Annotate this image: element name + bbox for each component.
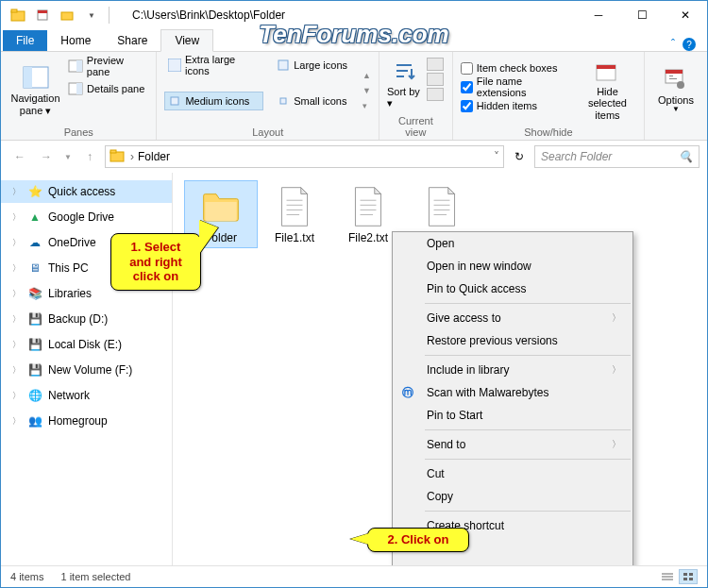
options-button[interactable]: Options▼ (652, 56, 700, 125)
forward-button[interactable]: → (35, 145, 58, 168)
quick-access-toolbar: ▼ (1, 5, 113, 25)
menu-item-give-access-to[interactable]: Give access to〉 (393, 307, 632, 329)
sidebar-item-new-volume-f-[interactable]: 〉💾New Volume (F:) (1, 359, 172, 381)
menu-item-cut[interactable]: Cut (393, 462, 632, 485)
menu-item-open-in-new-window[interactable]: Open in new window (393, 255, 632, 277)
sidebar-item-local-disk-e-[interactable]: 〉💾Local Disk (E:) (1, 333, 172, 356)
chevron-right-icon[interactable]: 〉 (12, 415, 22, 428)
file-label: File1.txt (275, 231, 314, 244)
chevron-right-icon[interactable]: 〉 (12, 364, 22, 377)
sidebar-icon: 👥 (27, 413, 42, 428)
menu-item-include-in-library[interactable]: Include in library〉 (393, 359, 632, 381)
svg-rect-23 (669, 78, 677, 79)
chevron-right-icon: 〉 (612, 311, 621, 325)
folder-icon (110, 149, 125, 165)
file-extensions-toggle[interactable]: File name extensions (461, 78, 573, 95)
sidebar-item-label: Quick access (48, 185, 115, 198)
breadcrumb[interactable]: › Folder ˅ (105, 145, 504, 168)
back-button[interactable]: ← (8, 145, 31, 168)
help-icon[interactable]: ? (683, 38, 696, 51)
hidden-items-toggle[interactable]: Hidden items (461, 97, 573, 114)
breadcrumb-folder[interactable]: Folder (138, 150, 170, 163)
chevron-right-icon[interactable]: 〉 (12, 237, 22, 249)
view-column-options[interactable] (427, 56, 444, 113)
sidebar-item-label: Network (48, 389, 90, 402)
tab-home[interactable]: Home (47, 30, 104, 51)
layout-expand-icon[interactable]: ▾ (362, 101, 371, 110)
layout-medium[interactable]: Medium icons (164, 92, 263, 110)
recent-dropdown-icon[interactable]: ▼ (61, 145, 75, 168)
layout-scroll-down-icon[interactable]: ▼ (362, 86, 371, 95)
chevron-right-icon[interactable]: 〉 (12, 390, 22, 402)
breadcrumb-dropdown-icon[interactable]: ˅ (494, 150, 499, 163)
chevron-right-icon: 〉 (612, 363, 621, 377)
sidebar-item-network[interactable]: 〉🌐Network (1, 384, 172, 407)
svg-rect-12 (278, 60, 288, 70)
sidebar-item-label: Libraries (48, 287, 92, 300)
menu-item-copy[interactable]: Copy (393, 485, 632, 508)
layout-small[interactable]: Small icons (273, 92, 351, 110)
sidebar-item-label: Backup (D:) (48, 312, 108, 326)
search-input[interactable]: Search Folder 🔍 (534, 145, 700, 168)
menu-item-pin-to-quick-access[interactable]: Pin to Quick access (393, 277, 632, 300)
navigation-pane-button[interactable]: Navigation pane ▾ (8, 56, 62, 125)
file-item-file1-txt[interactable]: File1.txt (258, 180, 331, 248)
item-checkboxes-toggle[interactable]: Item check boxes (461, 59, 573, 76)
tab-share[interactable]: Share (104, 30, 160, 51)
layout-scroll-up-icon[interactable]: ▲ (362, 71, 371, 80)
menu-item-restore-previous-versions[interactable]: Restore previous versions (393, 329, 632, 352)
sidebar-item-quick-access[interactable]: 〉⭐Quick access (1, 180, 172, 203)
qat-properties-icon[interactable] (31, 5, 54, 25)
close-button[interactable]: ✕ (664, 1, 707, 29)
window-controls: ─ ☐ ✕ (577, 1, 707, 29)
svg-rect-8 (76, 60, 82, 72)
details-view-button[interactable] (658, 569, 677, 584)
menu-item-scan-with-malwarebytes[interactable]: ⓜScan with Malwarebytes (393, 381, 632, 404)
hide-selected-button[interactable]: Hide selected items (579, 56, 636, 125)
chevron-right-icon[interactable]: 〉 (12, 339, 22, 351)
sidebar-icon: 💾 (27, 311, 42, 327)
refresh-button[interactable]: ↻ (508, 150, 531, 163)
sidebar-item-label: Homegroup (48, 414, 108, 428)
chevron-right-icon[interactable]: 〉 (12, 211, 22, 224)
preview-pane-button[interactable]: Preview pane (68, 56, 148, 76)
sidebar-item-homegroup[interactable]: 〉👥Homegroup (1, 410, 172, 432)
ribbon-group-options: Options▼ (645, 52, 707, 140)
maximize-button[interactable]: ☐ (620, 1, 664, 29)
svg-rect-13 (171, 97, 178, 105)
content-pane[interactable]: FolderFile1.txtFile2.txtFile3.txt OpenOp… (173, 173, 707, 567)
status-bar: 4 items 1 item selected (1, 565, 707, 587)
chevron-right-icon[interactable]: 〉 (12, 313, 22, 326)
menu-item-open[interactable]: Open (393, 232, 632, 255)
sidebar-icon: ☁ (27, 235, 42, 250)
menu-item-pin-to-start[interactable]: Pin to Start (393, 404, 632, 427)
ribbon-group-panes: Navigation pane ▾ Preview pane Details p… (1, 52, 157, 140)
status-item-count: 4 items (10, 571, 43, 582)
minimize-button[interactable]: ─ (577, 1, 620, 29)
sidebar-item-label: Local Disk (E:) (48, 338, 122, 351)
sidebar-item-google-drive[interactable]: 〉▲Google Drive (1, 206, 172, 228)
tab-file[interactable]: File (3, 30, 47, 51)
menu-item-send-to[interactable]: Send to〉 (393, 433, 632, 456)
icons-view-button[interactable] (679, 569, 698, 584)
chevron-right-icon[interactable]: 〉 (12, 186, 22, 198)
search-icon: 🔍 (679, 150, 693, 163)
ribbon-group-show-hide: Item check boxes File name extensions Hi… (453, 52, 645, 140)
details-pane-button[interactable]: Details pane (68, 78, 148, 99)
layout-extra-large[interactable]: Extra large icons (164, 56, 263, 75)
qat-dropdown-icon[interactable]: ▼ (80, 5, 103, 25)
chevron-right-icon[interactable]: 〉 (12, 262, 22, 275)
sidebar-item-backup-d-[interactable]: 〉💾Backup (D:) (1, 308, 172, 330)
tab-view[interactable]: View (160, 29, 213, 52)
up-button[interactable]: ↑ (78, 145, 101, 168)
svg-rect-4 (61, 12, 73, 20)
ribbon-help: ˆ ? (671, 38, 696, 51)
sidebar-item-label: Google Drive (48, 210, 114, 224)
layout-large[interactable]: Large icons (273, 56, 351, 75)
sort-by-button[interactable]: Sort by ▾ (387, 56, 421, 113)
chevron-right-icon: 〉 (612, 438, 621, 451)
chevron-right-icon[interactable]: 〉 (12, 288, 22, 300)
callout-arrow-icon (199, 220, 218, 254)
collapse-ribbon-icon[interactable]: ˆ (671, 38, 675, 51)
qat-new-folder-icon[interactable] (56, 5, 78, 25)
